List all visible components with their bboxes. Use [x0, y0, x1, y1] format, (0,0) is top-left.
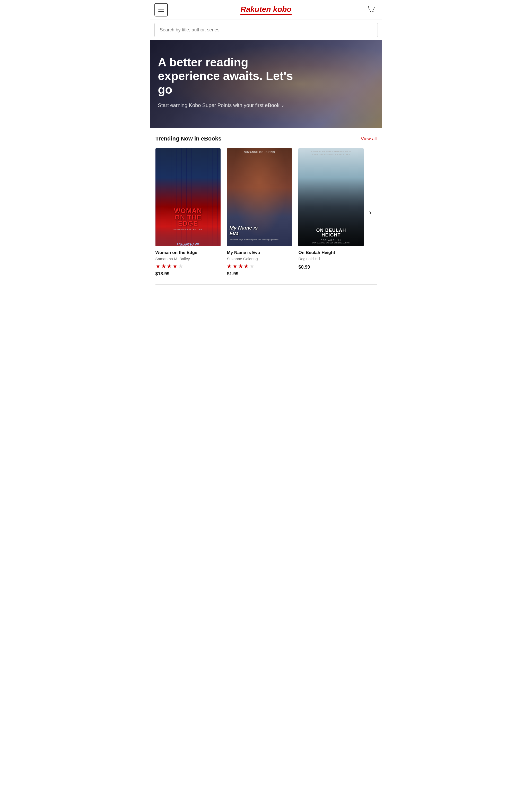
book-author-1: Samantha M. Bailey: [155, 257, 221, 261]
hero-title: A better reading experience awaits. Let'…: [158, 56, 309, 96]
search-input[interactable]: [154, 23, 378, 37]
hero-subtitle[interactable]: Start earning Kobo Super Points with you…: [158, 102, 309, 109]
section-header: Trending Now in eBooks View all: [155, 135, 377, 142]
star-2-1: ★: [227, 263, 232, 270]
star-2-4: ★: [244, 263, 249, 270]
star-1-5: ★: [178, 263, 183, 270]
trending-section: Trending Now in eBooks View all SHE GAVE…: [150, 128, 382, 282]
star-1-1: ★: [155, 263, 161, 270]
book-price-1: $13.99: [155, 271, 221, 277]
hero-banner: A better reading experience awaits. Let'…: [150, 40, 382, 128]
cart-button[interactable]: [364, 3, 378, 17]
star-2-2: ★: [233, 263, 238, 270]
hamburger-line-2: [158, 10, 164, 10]
book-author-3: Reginald Hill: [298, 257, 364, 261]
book-cover-2: SUZANNE GOLDRING My Name isEva Your trut…: [227, 148, 292, 246]
logo-text: Rakuten kobo: [240, 5, 291, 14]
book-price-2: $1.99: [227, 271, 292, 277]
search-container: [150, 20, 382, 40]
book-author-2: Suzanne Goldring: [227, 257, 292, 261]
books-scroll: SHE GAVE YOU HER BABY AND THEN SHE JUMPE…: [155, 148, 364, 277]
next-arrow[interactable]: ›: [364, 208, 377, 217]
hero-chevron: ›: [282, 102, 284, 109]
header: Rakuten kobo: [150, 0, 382, 20]
section-title: Trending Now in eBooks: [155, 135, 222, 142]
svg-point-1: [372, 11, 373, 12]
book-cover-3: A NEW YORK TIMES NOTABLE BOOK A DALZIEL …: [298, 148, 364, 246]
book-item-1[interactable]: SHE GAVE YOU HER BABY AND THEN SHE JUMPE…: [155, 148, 221, 277]
svg-point-0: [370, 11, 371, 12]
book-cover-1: SHE GAVE YOU HER BABY AND THEN SHE JUMPE…: [155, 148, 221, 246]
hamburger-line-3: [158, 11, 164, 12]
cart-icon: [367, 5, 375, 15]
star-2-3: ★: [238, 263, 243, 270]
star-1-2: ★: [161, 263, 166, 270]
book-stars-1: ★ ★ ★ ★ ★: [155, 263, 221, 270]
hamburger-line-1: [158, 8, 164, 8]
logo-underline: [240, 14, 291, 15]
book-title-1: Woman on the Edge: [155, 250, 221, 256]
book-title-3: On Beulah Height: [298, 250, 364, 256]
star-1-3: ★: [167, 263, 172, 270]
menu-button[interactable]: [154, 3, 168, 17]
book-item-3[interactable]: A NEW YORK TIMES NOTABLE BOOK A DALZIEL …: [298, 148, 364, 277]
book-item-2[interactable]: SUZANNE GOLDRING My Name isEva Your trut…: [227, 148, 292, 277]
logo: Rakuten kobo: [240, 5, 291, 15]
star-2-5: ★: [250, 263, 255, 270]
book-price-3: $0.99: [298, 264, 364, 270]
book-title-2: My Name is Eva: [227, 250, 292, 256]
book-stars-2: ★ ★ ★ ★ ★: [227, 263, 292, 270]
star-1-4: ★: [172, 263, 178, 270]
books-container: SHE GAVE YOU HER BABY AND THEN SHE JUMPE…: [155, 148, 377, 277]
view-all-link[interactable]: View all: [361, 136, 377, 142]
